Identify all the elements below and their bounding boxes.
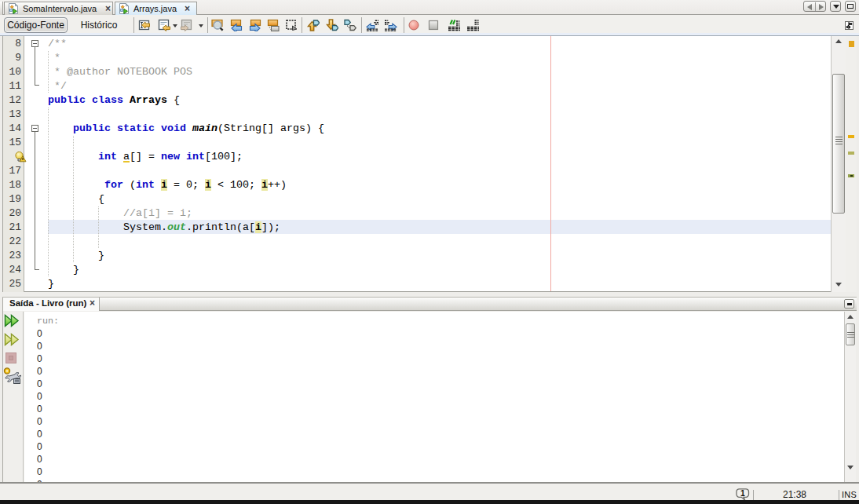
svg-text:1: 1 bbox=[740, 488, 745, 498]
